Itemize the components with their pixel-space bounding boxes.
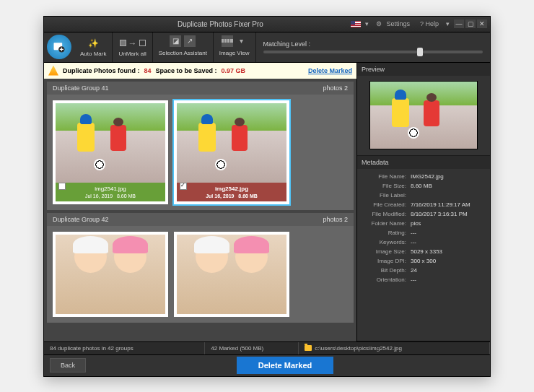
meta-label: File Modified: [362,211,411,217]
photo-thumbnail[interactable]: img2542.jpgJul 16, 2019 8.60 MB [174,100,289,204]
metadata-row: Folder Name:pics [362,219,486,228]
thumb-meta: Jul 16, 2019 8.60 MB [58,193,162,199]
meta-label: File Name: [362,173,411,180]
metadata-row: File Size:8.60 MB [362,181,486,191]
thumb-caption: img2541.jpgJul 16, 2019 8.60 MB [56,183,165,201]
meta-value: pics [411,220,486,227]
preview-pane [357,76,490,155]
meta-value: --- [411,230,486,236]
status-bar: 84 duplicate photos in 42 groups 42 Mark… [44,341,490,354]
meta-label: Orientation: [362,276,411,283]
group-header: Duplicate Group 41photos 2 [47,82,354,95]
meta-label: File Created: [362,201,411,208]
group-count: photos 2 [323,216,348,223]
language-flag-icon[interactable] [351,21,361,27]
main-panel: Duplicate Photos found : 84 Space to be … [44,63,356,341]
group-body: img2541.jpgJul 16, 2019 8.60 MBimg2542.j… [47,95,354,210]
meta-label: Bit Depth: [362,267,411,274]
thumb-image [177,235,286,314]
app-logo-icon [47,35,71,59]
language-dropdown[interactable]: ▾ [362,20,372,27]
space-label: Space to be Saved : [156,67,217,74]
groups-list: Duplicate Group 41photos 2img2541.jpgJul… [44,79,356,341]
automark-button[interactable]: ✨ Auto Mark [74,32,113,62]
delete-marked-button[interactable]: Delete Marked [237,357,334,374]
toolbar: ✨ Auto Mark → UnMark all ◪ ↗ Selection A… [44,32,490,63]
settings-link[interactable]: ⚙ Settings [373,20,416,27]
meta-value: 5029 x 3353 [411,248,486,255]
view-dropdown-icon[interactable]: ▾ [236,35,248,47]
wand-icon: ✨ [88,38,99,49]
thumb-filename: img2542.jpg [180,186,284,192]
minimize-button[interactable]: — [454,19,464,28]
meta-value: --- [411,276,486,283]
metadata-row: Keywords:--- [362,238,486,247]
duplicate-group: Duplicate Group 42photos 2 [47,213,354,323]
matching-level-control: Matching Level : [256,38,490,56]
selection-tool-2-icon[interactable]: ↗ [184,35,196,47]
meta-value: 8/10/2017 3:16:31 PM [411,211,486,217]
thumb-image [56,235,165,314]
maximize-button[interactable]: ▢ [465,19,476,28]
photo-thumbnail[interactable]: img2541.jpgJul 16, 2019 8.60 MB [53,100,168,204]
meta-value: --- [411,239,486,245]
titlebar: Duplicate Photos Fixer Pro ▾ ⚙ Settings … [44,17,490,32]
grid-view-icon[interactable] [222,35,233,47]
image-view-section: ▾ Image View [214,32,256,62]
photo-thumbnail[interactable] [174,232,289,317]
metadata-row: File Modified:8/10/2017 3:16:31 PM [362,209,486,219]
metadata-row: Image DPI:300 x 300 [362,256,486,266]
meta-value: IMG2542.jpg [411,173,486,180]
photo-thumbnail[interactable] [53,232,168,317]
unmarkall-button[interactable]: → UnMark all [113,32,152,62]
close-button[interactable]: ✕ [477,19,487,28]
meta-value: 24 [411,267,486,274]
meta-label: Image DPI: [362,258,411,264]
metadata-row: File Label: [362,191,486,200]
unmark-icon: → [120,38,146,49]
thumb-image [177,103,286,183]
delete-marked-link[interactable]: Delete Marked [308,67,352,74]
meta-label: Folder Name: [362,220,411,227]
meta-label: Image Size: [362,248,411,255]
selection-tool-1-icon[interactable]: ◪ [170,35,181,47]
meta-label: Rating: [362,230,411,236]
matching-level-slider[interactable] [263,51,483,53]
info-bar: Duplicate Photos found : 84 Space to be … [44,63,356,79]
thumb-checkbox[interactable] [180,183,187,190]
preview-image [369,81,478,149]
warning-icon [48,66,58,76]
metadata-row: Orientation:--- [362,275,486,284]
help-link[interactable]: ? Help [417,20,442,27]
meta-value: 8.60 MB [411,183,486,189]
preview-title: Preview [357,63,490,76]
status-path: c:\users\desktop\pics\img2542.jpg [299,342,490,354]
app-window: Duplicate Photos Fixer Pro ▾ ⚙ Settings … [43,16,491,377]
metadata-row: Image Size:5029 x 3353 [362,247,486,256]
meta-label: Keywords: [362,239,411,245]
status-summary: 84 duplicate photos in 42 groups [44,342,205,354]
group-header: Duplicate Group 42photos 2 [47,213,354,226]
group-body [47,226,354,323]
meta-value: 300 x 300 [411,258,486,264]
space-value: 0.97 GB [222,67,246,74]
thumb-meta: Jul 16, 2019 8.60 MB [180,193,284,199]
window-title: Duplicate Photos Fixer Pro [90,20,351,28]
duplicate-group: Duplicate Group 41photos 2img2541.jpgJul… [47,82,354,210]
group-title: Duplicate Group 41 [53,84,109,92]
thumb-image [56,103,165,183]
meta-value: 7/16/2019 11:29:17 AM [411,201,486,208]
thumb-caption: img2542.jpgJul 16, 2019 8.60 MB [177,183,286,201]
metadata-row: Bit Depth:24 [362,266,486,275]
back-button[interactable]: Back [50,358,86,373]
selection-assistant-section: ◪ ↗ Selection Assistant [153,32,214,62]
thumb-checkbox[interactable] [58,183,66,190]
help-dropdown[interactable]: ▾ [443,20,452,27]
thumb-filename: img2541.jpg [58,186,162,192]
metadata-row: File Name:IMG2542.jpg [362,172,486,181]
group-title: Duplicate Group 42 [53,216,109,223]
metadata-title: Metadata [357,156,490,169]
metadata-row: Rating:--- [362,228,486,238]
footer: Back Delete Marked [44,354,490,376]
folder-icon [305,345,312,351]
